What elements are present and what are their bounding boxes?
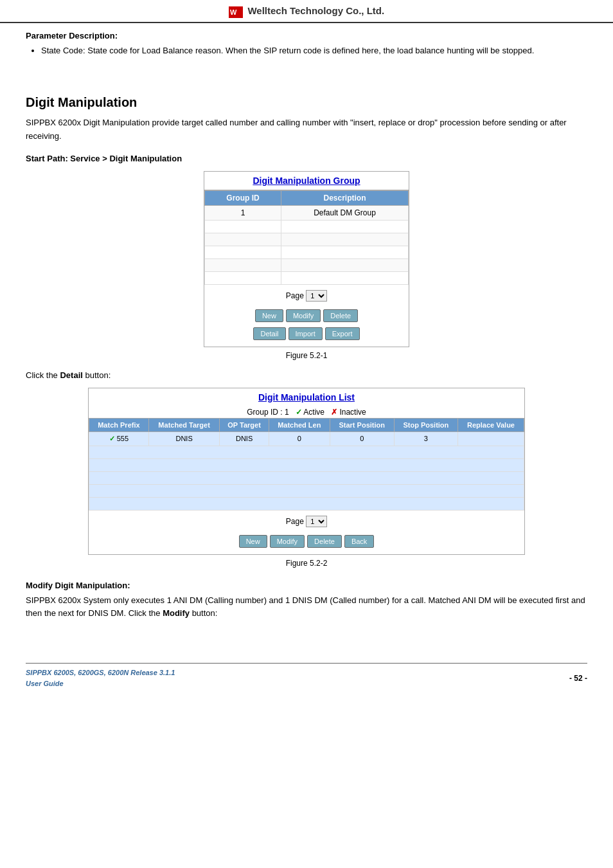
- active-check-icon: ✓: [296, 408, 302, 417]
- param-heading: Parameter Description:: [26, 31, 587, 41]
- svg-text:W: W: [230, 8, 237, 16]
- page-footer: SIPPBX 6200S, 6200GS, 6200N Release 3.1.…: [26, 663, 587, 689]
- col-matched-target: Matched Target: [148, 418, 220, 431]
- cell-description: Default DM Group: [281, 205, 408, 220]
- export-button[interactable]: Export: [325, 327, 360, 340]
- table-row-empty-5: [205, 271, 409, 284]
- table-row-empty-2: [205, 233, 409, 246]
- page-header: W Welltech Technology Co., Ltd.: [0, 0, 613, 23]
- dm-group-title: Digit Manipulation Group: [204, 172, 409, 190]
- table-row[interactable]: ✓ 555 DNIS DNIS 0 0 3: [89, 431, 524, 446]
- col-stop-position: Stop Position: [394, 418, 458, 431]
- col-op-target: OP Target: [220, 418, 269, 431]
- col-group-id: Group ID: [205, 190, 281, 205]
- page-select-list[interactable]: 1: [306, 516, 327, 527]
- logo-icon: W: [229, 6, 243, 18]
- dm-group-table: Group ID Description 1 Default DM Group: [204, 190, 409, 285]
- cell-match-prefix: ✓ 555: [89, 431, 149, 446]
- table-row-empty-1: [89, 446, 524, 458]
- row-check-icon: ✓: [109, 435, 115, 442]
- dm-group-table-wrapper: Digit Manipulation Group Group ID Descri…: [204, 171, 409, 347]
- page-label-list: Page: [286, 517, 304, 526]
- table-row-empty-2: [89, 458, 524, 471]
- col-start-position: Start Position: [330, 418, 394, 431]
- detail-bold: Detail: [60, 370, 82, 380]
- col-replace-value: Replace Value: [458, 418, 524, 431]
- group-id-label: Group ID : 1: [247, 408, 289, 417]
- footer-line1: SIPPBX 6200S, 6200GS, 6200N Release 3.1.…: [26, 667, 175, 678]
- table-row-empty-4: [89, 484, 524, 497]
- param-bullets: State Code: State code for Load Balance …: [41, 44, 587, 57]
- modify-heading: Modify Digit Manipulation:: [26, 581, 587, 590]
- cell-stop-position: 3: [394, 431, 458, 446]
- page-content: Parameter Description: State Code: State…: [0, 31, 613, 644]
- page-select-group[interactable]: 1: [306, 290, 327, 302]
- btn-row-1: New Modify Delete: [204, 307, 409, 325]
- dm-list-table-wrapper: Digit Manipulation List Group ID : 1 ✓ A…: [88, 388, 525, 555]
- list-modify-button[interactable]: Modify: [270, 535, 305, 548]
- footer-left: SIPPBX 6200S, 6200GS, 6200N Release 3.1.…: [26, 667, 175, 689]
- list-new-button[interactable]: New: [239, 535, 267, 548]
- param-bullet-1: State Code: State code for Load Balance …: [41, 44, 587, 57]
- click-detail-text: Click the Detail button:: [26, 370, 587, 380]
- col-description: Description: [281, 190, 408, 205]
- cell-matched-target: DNIS: [148, 431, 220, 446]
- detail-button[interactable]: Detail: [253, 327, 285, 340]
- delete-button[interactable]: Delete: [323, 309, 358, 322]
- cell-match-prefix-val: 555: [117, 435, 129, 442]
- col-match-prefix: Match Prefix: [89, 418, 149, 431]
- company-name: Welltech Technology Co., Ltd.: [247, 5, 384, 16]
- cell-matched-len: 0: [269, 431, 330, 446]
- figure-5-2-1-caption: Figure 5.2-1: [286, 351, 328, 360]
- section-title: Digit Manipulation: [26, 95, 587, 110]
- dm-list-table: Match Prefix Matched Target OP Target Ma…: [89, 418, 524, 511]
- page-control-list: Page 1: [89, 511, 524, 532]
- path-label: Start Path: Service > Digit Manipulation: [26, 154, 587, 163]
- active-label: Active: [303, 408, 324, 417]
- table-row[interactable]: 1 Default DM Group: [205, 205, 409, 220]
- dm-list-title: Digit Manipulation List: [89, 388, 524, 406]
- inactive-check-icon: ✗: [331, 408, 337, 417]
- table-row-empty-3: [89, 471, 524, 484]
- table-row-empty-4: [205, 258, 409, 271]
- company-logo: W Welltech Technology Co., Ltd.: [229, 6, 384, 16]
- footer-page-number: - 52 -: [569, 674, 587, 683]
- table-row-empty-5: [89, 497, 524, 510]
- dm-list-group-row: Group ID : 1 ✓ Active ✗ Inactive: [89, 406, 524, 418]
- table-row-empty-3: [205, 246, 409, 258]
- page-control-group: Page 1: [204, 285, 409, 307]
- new-button[interactable]: New: [255, 309, 283, 322]
- import-button[interactable]: Import: [289, 327, 323, 340]
- cell-group-id: 1: [205, 205, 281, 220]
- inactive-label: Inactive: [339, 408, 366, 417]
- cell-replace-value: [458, 431, 524, 446]
- modify-bold: Modify: [163, 608, 190, 618]
- cell-op-target: DNIS: [220, 431, 269, 446]
- figure-5-2-2-caption: Figure 5.2-2: [286, 559, 328, 568]
- table-row-empty-1: [205, 220, 409, 233]
- figure-5-2-1-container: Digit Manipulation Group Group ID Descri…: [26, 171, 587, 360]
- footer-line2: User Guide: [26, 678, 175, 689]
- modify-button[interactable]: Modify: [286, 309, 321, 322]
- page-label-group: Page: [286, 291, 304, 300]
- col-matched-len: Matched Len: [269, 418, 330, 431]
- list-delete-button[interactable]: Delete: [307, 535, 342, 548]
- list-back-button[interactable]: Back: [344, 535, 374, 548]
- section-body: SIPPBX 6200x Digit Manipulation provide …: [26, 116, 587, 143]
- btn-row-list: New Modify Delete Back: [89, 532, 524, 550]
- btn-row-2: Detail Import Export: [204, 325, 409, 343]
- cell-start-position: 0: [330, 431, 394, 446]
- modify-body: SIPPBX 6200x System only executes 1 ANI …: [26, 594, 587, 621]
- figure-5-2-2-container: Digit Manipulation List Group ID : 1 ✓ A…: [26, 388, 587, 568]
